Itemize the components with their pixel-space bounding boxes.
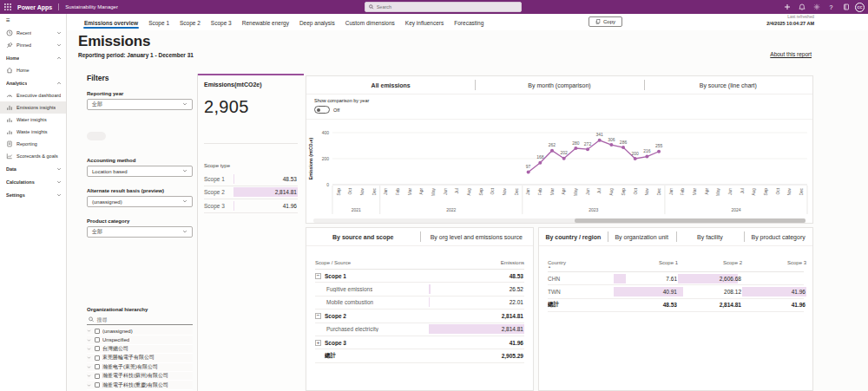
sidebar-group-home[interactable]: Home bbox=[0, 51, 66, 64]
chart-tab-all-emissions[interactable]: All emissions bbox=[306, 76, 475, 94]
data-point[interactable] bbox=[550, 149, 554, 153]
settings-gear-icon[interactable] bbox=[811, 2, 822, 13]
sidebar-item-scorecards-goals[interactable]: Scorecards & goals bbox=[0, 150, 66, 162]
report-tab-emissions-overview[interactable]: Emissions overview bbox=[79, 16, 143, 29]
col-emissions[interactable]: Emissions bbox=[429, 260, 524, 265]
checkbox[interactable] bbox=[95, 329, 100, 334]
filter-dropdown-accounting-method[interactable]: Location based bbox=[87, 166, 193, 177]
chart-tab-by-source-line-chart[interactable]: By source (line chart) bbox=[644, 76, 812, 94]
data-point[interactable] bbox=[657, 150, 661, 153]
source-row-scope-2[interactable]: −Scope 22,814.81 bbox=[315, 310, 524, 323]
chart-scrollbar-thumb[interactable] bbox=[575, 218, 806, 223]
chevron-down-icon[interactable] bbox=[87, 365, 92, 369]
account-avatar[interactable]: CC bbox=[855, 3, 865, 12]
collapse-icon[interactable]: − bbox=[315, 273, 321, 279]
search-input[interactable] bbox=[377, 4, 517, 10]
data-point[interactable] bbox=[609, 143, 613, 147]
sidebar-item-water-insights[interactable]: Water insights bbox=[0, 114, 66, 126]
report-tab-deep-analysis[interactable]: Deep analysis bbox=[294, 16, 340, 29]
checkbox[interactable] bbox=[95, 355, 100, 361]
sidebar-item-pinned[interactable]: Pinned bbox=[0, 39, 66, 51]
checkbox[interactable] bbox=[95, 337, 100, 342]
report-tab-scope-3[interactable]: Scope 3 bbox=[206, 16, 237, 29]
country-row-twn[interactable]: TWN40.91208.1241.96 bbox=[548, 285, 804, 298]
country-col-scope-2[interactable]: Scope 2 bbox=[678, 260, 742, 268]
sidebar-group-analytics[interactable]: Analytics bbox=[0, 76, 66, 89]
country-col-country[interactable]: Country▲ bbox=[548, 260, 614, 268]
country-row-[interactable]: 總計48.532,814.8141.96 bbox=[548, 299, 804, 312]
report-tab-scope-1[interactable]: Scope 1 bbox=[143, 16, 174, 29]
org-tree-item[interactable]: (unassigned) bbox=[87, 327, 193, 336]
filter-dropdown-alternate-result-basis-preview[interactable]: (unassigned) bbox=[87, 196, 193, 207]
col-scope-source[interactable]: Scope / Source bbox=[315, 260, 351, 265]
source-row-scope-3[interactable]: +Scope 341.96 bbox=[315, 336, 524, 349]
source-row-mobile-combustion[interactable]: Mobile combustion22.01 bbox=[315, 297, 524, 310]
report-tab-forecasting[interactable]: Forecasting bbox=[449, 16, 489, 29]
sidebar-group-settings[interactable]: Settings bbox=[0, 188, 66, 201]
org-tree-item[interactable]: Unspecified bbox=[87, 336, 193, 344]
country-tab-by-country-region[interactable]: By country / region bbox=[539, 228, 608, 245]
chevron-down-icon[interactable] bbox=[87, 347, 92, 351]
source-tab-by-org-level-and-emissions-source[interactable]: By org level and emissions source bbox=[420, 228, 534, 245]
country-tab-by-product-category[interactable]: By product category bbox=[744, 228, 812, 245]
chevron-down-icon[interactable] bbox=[87, 329, 92, 333]
country-tab-by-organization-unit[interactable]: By organization unit bbox=[608, 228, 676, 245]
about-report-link[interactable]: About this report bbox=[770, 51, 812, 57]
data-point[interactable] bbox=[527, 170, 530, 173]
sidebar-item-waste-insights[interactable]: Waste insights bbox=[0, 126, 66, 138]
source-row-fugitive-emissions[interactable]: Fugitive emissions26.52 bbox=[315, 283, 524, 296]
org-tree-item[interactable]: 瀚釜电子(東莞)有限公司 bbox=[87, 363, 193, 372]
sidebar-item-recent[interactable]: Recent bbox=[0, 27, 66, 39]
source-row-[interactable]: 總計2,905.29 bbox=[315, 349, 524, 362]
add-icon[interactable] bbox=[781, 2, 792, 13]
source-tab-by-source-and-scope[interactable]: By source and scope bbox=[306, 228, 420, 245]
country-row-chn[interactable]: CHN7.612,606.68 bbox=[548, 272, 804, 285]
chevron-down-icon[interactable] bbox=[87, 355, 92, 360]
country-tab-by-facility[interactable]: By facility bbox=[676, 228, 745, 245]
copy-button[interactable]: Copy bbox=[589, 16, 622, 27]
org-tree-item[interactable]: 台灣總公司 bbox=[87, 345, 193, 354]
org-tree-item[interactable]: 瀚釜電子科技(重慶)有限公司 bbox=[87, 381, 193, 389]
filter-dropdown-product-category[interactable]: 全部 bbox=[87, 226, 193, 238]
expand-icon[interactable]: + bbox=[315, 340, 321, 346]
data-point[interactable] bbox=[598, 139, 602, 142]
checkbox[interactable] bbox=[95, 364, 100, 369]
notifications-icon[interactable] bbox=[796, 2, 807, 13]
chart-tab-by-month-comparison[interactable]: By month (comparison) bbox=[475, 76, 643, 94]
sidebar-item-emissions-insights[interactable]: Emissions insights bbox=[0, 101, 66, 114]
help-icon[interactable]: ? bbox=[825, 2, 837, 13]
org-hierarchy-search[interactable] bbox=[87, 315, 193, 325]
waffle-icon[interactable] bbox=[0, 0, 16, 14]
notebook-icon[interactable] bbox=[840, 2, 852, 13]
sidebar-group-calculations[interactable]: Calculations bbox=[0, 175, 66, 188]
country-col-scope-3[interactable]: Scope 3 bbox=[742, 260, 806, 268]
data-point[interactable] bbox=[574, 147, 577, 150]
report-tab-scope-2[interactable]: Scope 2 bbox=[174, 16, 206, 29]
hamburger-menu-icon[interactable]: ≡ bbox=[0, 14, 66, 27]
data-point[interactable] bbox=[645, 155, 648, 159]
brand-name[interactable]: Power Apps bbox=[17, 4, 52, 10]
checkbox[interactable] bbox=[95, 374, 100, 379]
source-row-scope-1[interactable]: −Scope 148.53 bbox=[315, 270, 524, 283]
comparison-toggle[interactable] bbox=[314, 106, 330, 114]
checkbox[interactable] bbox=[95, 346, 100, 351]
global-search[interactable] bbox=[365, 2, 522, 12]
org-search-input[interactable] bbox=[96, 317, 191, 323]
app-name[interactable]: Sustainability Manager bbox=[65, 4, 118, 10]
chevron-down-icon[interactable] bbox=[87, 338, 92, 342]
chevron-down-icon[interactable] bbox=[87, 383, 92, 388]
org-tree-item[interactable]: 東莞勝輪電子有限公司 bbox=[87, 354, 193, 362]
data-point[interactable] bbox=[586, 147, 589, 151]
source-row-purchased-electricity[interactable]: Purchased electricity2,814.81 bbox=[315, 323, 524, 336]
chevron-down-icon[interactable] bbox=[87, 374, 92, 378]
data-point[interactable] bbox=[562, 157, 566, 160]
data-point[interactable] bbox=[538, 161, 542, 165]
collapse-icon[interactable]: − bbox=[315, 313, 321, 319]
sidebar-group-data[interactable]: Data bbox=[0, 162, 66, 175]
data-point[interactable] bbox=[621, 146, 625, 149]
checkbox[interactable] bbox=[95, 382, 100, 388]
sidebar-item-executive-dashboard[interactable]: Executive dashboard bbox=[0, 89, 66, 101]
sidebar-item-home[interactable]: Home bbox=[0, 64, 66, 76]
filter-dropdown-reporting-year[interactable]: 全部 bbox=[87, 99, 193, 110]
report-tab-key-influencers[interactable]: Key influencers bbox=[400, 16, 449, 29]
